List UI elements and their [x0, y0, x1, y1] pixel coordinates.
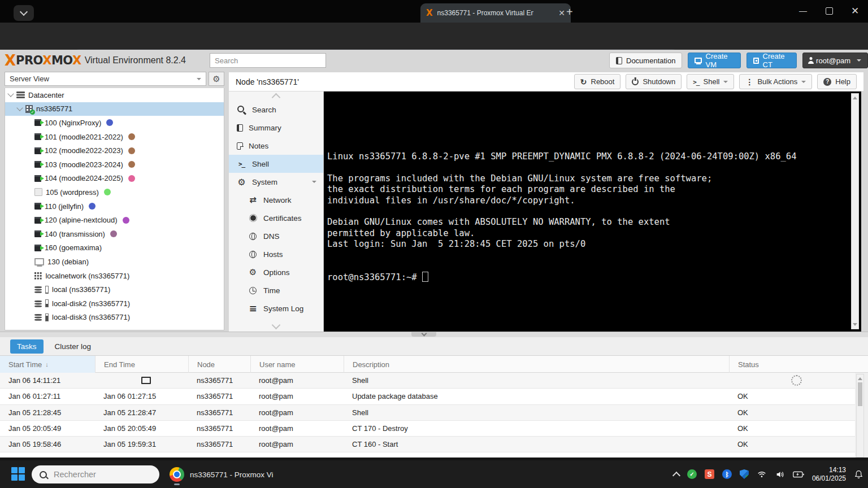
maximize-icon — [826, 7, 833, 15]
column-header-user-name[interactable]: User name — [250, 356, 344, 373]
tree-item[interactable]: localnetwork (ns3365771) — [5, 269, 224, 283]
tree-item[interactable]: 140 (transmission) — [5, 227, 224, 241]
menu-item[interactable]: Network — [229, 191, 323, 209]
column-header-status[interactable]: Status — [729, 356, 855, 373]
menu-item[interactable]: Shell — [229, 155, 323, 173]
sublime-tray-icon[interactable]: S — [705, 469, 714, 479]
browser-tab[interactable]: X ns3365771 - Proxmox Virtual En ✕ — [420, 3, 571, 23]
menu-item[interactable]: Search — [229, 101, 323, 119]
tray-expand-icon[interactable] — [674, 470, 679, 478]
tree-item[interactable]: local (ns3365771) — [5, 282, 224, 297]
tab-tasks[interactable]: Tasks — [10, 339, 44, 354]
tree-item[interactable]: Datacenter — [5, 88, 224, 102]
create-vm-button[interactable]: Create VM — [688, 53, 740, 68]
toolbar-button-icon — [632, 79, 639, 85]
menu-item[interactable]: Time — [229, 281, 323, 299]
window-maximize-button[interactable] — [816, 0, 842, 21]
taskbar-clock[interactable]: 14:1306/01/2025 — [812, 466, 846, 483]
task-row[interactable]: Jan 05 21:28:45 Jan 05 21:28:47 ns336577… — [0, 405, 855, 421]
task-row[interactable]: Jan 05 20:05:49 Jan 05 20:05:49 ns336577… — [0, 421, 855, 437]
documentation-button[interactable]: Documentation — [609, 53, 682, 68]
task-node: ns3365771 — [188, 424, 250, 433]
menu-scroll-down[interactable] — [229, 321, 323, 330]
task-row[interactable]: Jan 05 19:58:46 Jan 05 19:59:31 ns336577… — [0, 437, 855, 452]
tree-item[interactable]: 110 (jellyfin) — [5, 199, 224, 213]
volume-icon[interactable] — [775, 470, 785, 479]
battery-icon[interactable] — [793, 470, 804, 479]
start-button[interactable] — [11, 467, 25, 481]
shell-terminal[interactable]: Linux ns3365771 6.8.8-2-pve #1 SMP PREEM… — [324, 91, 861, 332]
menu-item[interactable]: Options — [229, 263, 323, 281]
column-header-node[interactable]: Node — [188, 356, 250, 373]
wifi-icon[interactable] — [757, 470, 767, 479]
menu-item[interactable]: DNS — [229, 227, 323, 245]
tree-item[interactable]: 160 (goemaxima) — [5, 241, 224, 255]
node-toolbar-button[interactable]: Reboot — [574, 74, 621, 89]
menu-item[interactable]: Hosts — [229, 245, 323, 263]
column-header-start-time[interactable]: Start Time↓ — [0, 356, 95, 373]
scroll-up-icon[interactable] — [858, 377, 862, 380]
splitter-handle[interactable] — [411, 332, 436, 337]
toolbar-button-icon — [823, 78, 831, 86]
bluetooth-icon[interactable]: ᛒ — [722, 469, 732, 479]
chrome-taskbar-item[interactable]: ns3365771 - Proxmox Vi — [165, 463, 278, 486]
pve-search-input[interactable] — [210, 53, 326, 68]
column-header-end-time[interactable]: End Time — [95, 356, 188, 373]
node-toolbar-button[interactable]: Shutdown — [626, 74, 682, 89]
menu-item[interactable]: System Log — [229, 299, 323, 317]
menu-scroll-up[interactable] — [229, 91, 323, 101]
terminal-line: individual files in /usr/share/doc/*/cop… — [327, 195, 797, 206]
tag-dot — [128, 175, 135, 182]
scrollbar-thumb[interactable] — [858, 382, 862, 406]
tab-search-button[interactable] — [14, 5, 34, 21]
tree-item[interactable]: local-disk2 (ns3365771) — [5, 297, 224, 311]
node-toolbar-button[interactable]: Shell — [687, 74, 734, 89]
task-row[interactable]: Jan 06 14:11:21 ns3365771 root@pam Shell — [0, 373, 855, 389]
tag-dot — [106, 119, 113, 126]
tree-item[interactable]: 104 (moodle2024-2025) — [5, 172, 224, 186]
taskbar-search-input[interactable] — [53, 469, 140, 480]
column-header-description[interactable]: Description — [344, 356, 729, 373]
task-row[interactable]: Jan 06 01:27:11 Jan 06 01:27:15 ns336577… — [0, 389, 855, 404]
tree-item[interactable]: 102 (moodle2022-2023) — [5, 143, 224, 158]
terminal-line: permitted by applicable law. — [327, 228, 797, 239]
tab-cluster-log[interactable]: Cluster log — [48, 339, 98, 354]
user-menu-button[interactable]: root@pam — [802, 53, 868, 68]
window-close-button[interactable]: ✕ — [842, 0, 868, 21]
menu-item[interactable]: Notes — [229, 137, 323, 155]
terminal-scrollbar[interactable] — [851, 93, 859, 329]
taskbar-search[interactable] — [32, 465, 159, 483]
view-selector[interactable]: Server View — [5, 72, 206, 86]
tasks-scrollbar[interactable] — [856, 374, 864, 457]
tree-item[interactable]: 101 (moodle2021-2022) — [5, 130, 224, 144]
defender-shield-icon[interactable] — [740, 469, 749, 479]
sync-ok-icon[interactable]: ✓ — [687, 469, 697, 479]
scroll-up-icon[interactable] — [853, 97, 857, 99]
tree-item[interactable]: 130 (debian) — [5, 255, 224, 269]
expand-chevron-icon[interactable] — [16, 104, 23, 111]
task-user: root@pam — [250, 376, 344, 385]
menu-item[interactable]: System — [229, 173, 323, 191]
create-ct-button[interactable]: Create CT — [747, 53, 797, 68]
user-icon — [809, 57, 812, 64]
tree-item[interactable]: 105 (wordpress) — [5, 185, 224, 199]
new-tab-button[interactable]: + — [566, 6, 573, 19]
tree-item[interactable]: 100 (NginxProxy) — [5, 116, 224, 130]
menu-item[interactable]: Certificates — [229, 209, 323, 227]
tree-settings-button[interactable]: ⚙ — [209, 72, 224, 86]
tree-item[interactable]: 120 (alpine-nextcloud) — [5, 213, 224, 227]
menu-item-icon — [248, 304, 258, 313]
menu-item[interactable]: Summary — [229, 119, 323, 137]
tree-item[interactable]: local-disk3 (ns3365771) — [5, 311, 224, 325]
tree-item[interactable]: 103 (moodle2023-2024) — [5, 158, 224, 172]
window-minimize-button[interactable]: — — [790, 0, 816, 21]
node-toolbar-button[interactable]: Help — [817, 74, 857, 89]
tree-item[interactable]: ns3365771 — [5, 102, 224, 116]
scroll-down-icon[interactable] — [853, 323, 857, 326]
tab-close-icon[interactable]: ✕ — [558, 8, 565, 18]
notification-bell-icon[interactable] — [854, 469, 863, 480]
node-toolbar-button[interactable]: Bulk Actions — [739, 74, 812, 89]
storage-usage-gauge — [45, 299, 49, 307]
chevron-down-icon — [197, 78, 201, 80]
expand-chevron-icon[interactable] — [7, 91, 14, 97]
